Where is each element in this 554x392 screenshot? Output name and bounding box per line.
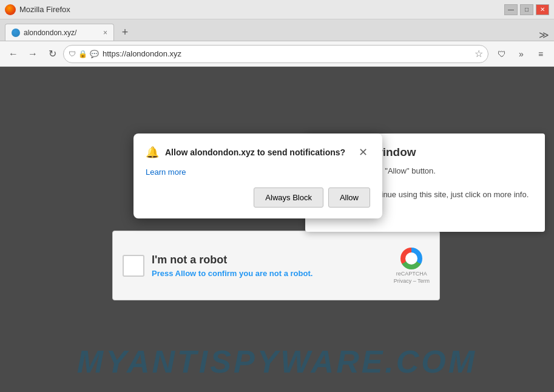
notif-header: 🔔 Allow alondondon.xyz to send notificat…: [146, 146, 370, 159]
address-bar[interactable]: 🛡 🔒 💬 ☆: [63, 45, 488, 63]
forward-button[interactable]: →: [24, 46, 41, 63]
browser-window: Mozilla Firefox — □ ✕ alondondon.xyz/ × …: [0, 0, 554, 392]
recaptcha-label: reCAPTCHA: [396, 271, 427, 277]
recaptcha-icon: [400, 248, 422, 269]
notification-permission-icon: 💬: [90, 50, 99, 58]
notif-close-button[interactable]: ✕: [356, 146, 370, 159]
notification-dialog: 🔔 Allow alondondon.xyz to send notificat…: [133, 133, 382, 218]
tracking-protection-icon: 🛡: [69, 50, 76, 58]
recaptcha-privacy-label: Privacy – Term: [394, 278, 430, 284]
close-button[interactable]: ✕: [536, 4, 549, 15]
notif-title: Allow alondondon.xyz to send notificatio…: [165, 147, 345, 157]
maximize-button[interactable]: □: [520, 4, 533, 15]
nav-right-icons: 🛡 » ≡: [493, 46, 549, 63]
page-content: MYANTISPYWARE.COM I'm not a robot Press …: [0, 67, 554, 392]
title-bar: Mozilla Firefox — □ ✕: [0, 0, 554, 19]
robot-subtitle-prefix: Press: [152, 269, 175, 278]
new-tab-button[interactable]: +: [117, 24, 133, 41]
watermark-text: MYANTISPYWARE.COM: [0, 343, 554, 380]
tab-bar: alondondon.xyz/ × + ≫: [0, 19, 554, 41]
notif-icon-area: 🔔 Allow alondondon.xyz to send notificat…: [146, 146, 345, 159]
firefox-account-button[interactable]: 🛡: [493, 46, 510, 63]
robot-subtitle-suffix: to confirm you are not a robot.: [196, 269, 312, 278]
recaptcha-icon-inner: [405, 252, 417, 265]
window-controls: — □ ✕: [504, 4, 549, 15]
back-button[interactable]: ←: [5, 46, 22, 63]
robot-widget: I'm not a robot Press Allow to confirm y…: [112, 231, 440, 300]
allow-button[interactable]: Allow: [328, 188, 370, 208]
firefox-logo-icon: [5, 4, 16, 15]
robot-allow-word: Allow: [175, 269, 197, 278]
tab-list-button[interactable]: ≫: [539, 29, 549, 41]
extensions-button[interactable]: »: [513, 46, 530, 63]
notif-actions: Always Block Allow: [146, 188, 370, 208]
notif-learn-more-link[interactable]: Learn more: [146, 167, 370, 177]
notification-bell-icon: 🔔: [146, 146, 159, 159]
recaptcha-logo: reCAPTCHA Privacy – Term: [394, 248, 430, 284]
refresh-button[interactable]: ↻: [44, 46, 61, 63]
url-input[interactable]: [103, 49, 471, 58]
browser-tab[interactable]: alondondon.xyz/ ×: [5, 24, 114, 41]
robot-checkbox[interactable]: [123, 255, 144, 277]
robot-subtitle: Press Allow to confirm you are not a rob…: [152, 269, 387, 278]
window-title: Mozilla Firefox: [19, 5, 70, 14]
bookmark-button[interactable]: ☆: [475, 48, 483, 59]
always-block-button[interactable]: Always Block: [254, 188, 323, 208]
lock-icon: 🔒: [78, 50, 87, 58]
tab-title: alondondon.xyz/: [24, 29, 76, 37]
tab-favicon-icon: [12, 29, 20, 37]
bookmark-icon: ☆: [475, 48, 483, 59]
robot-text-area: I'm not a robot Press Allow to confirm y…: [152, 254, 387, 278]
robot-title: I'm not a robot: [152, 254, 387, 266]
title-bar-left: Mozilla Firefox: [5, 4, 70, 15]
hamburger-menu-button[interactable]: ≡: [532, 46, 549, 63]
minimize-button[interactable]: —: [504, 4, 518, 15]
tab-close-button[interactable]: ×: [103, 29, 107, 37]
nav-bar: ← → ↻ 🛡 🔒 💬 ☆ 🛡 » ≡: [0, 41, 554, 67]
address-bar-icons: 🛡 🔒 💬: [69, 50, 99, 58]
